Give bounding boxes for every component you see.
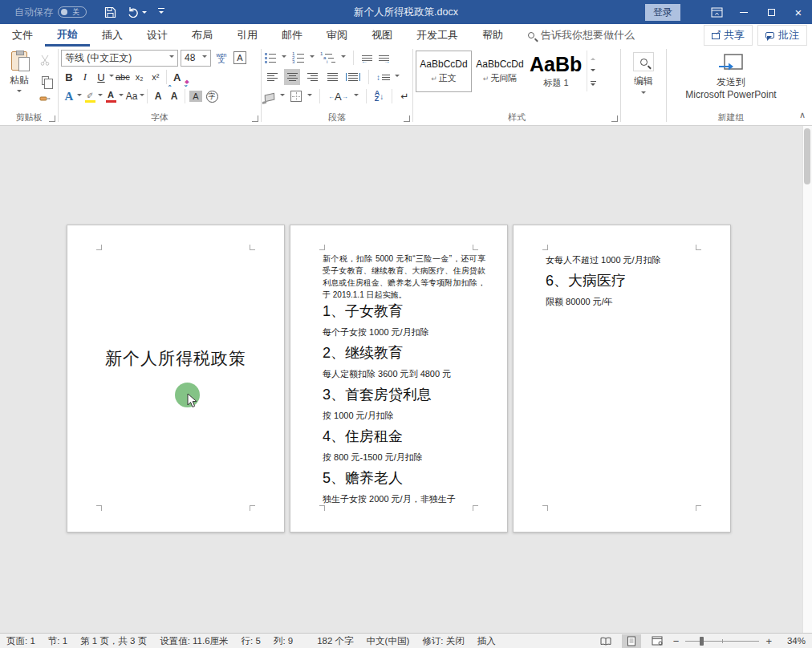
- document-heading-text[interactable]: 新个人所得税政策: [67, 347, 284, 370]
- tab-file[interactable]: 文件: [0, 24, 45, 47]
- align-right-button[interactable]: [304, 69, 320, 85]
- strikethrough-button[interactable]: abc: [114, 69, 132, 86]
- section-body[interactable]: 按 800 元-1500 元/月扣除: [323, 448, 485, 468]
- grow-font-button[interactable]: Aˆ: [150, 88, 166, 105]
- align-center-button[interactable]: [284, 69, 300, 85]
- styles-gallery-more-icon[interactable]: [587, 78, 599, 91]
- tab-review[interactable]: 审阅: [315, 24, 359, 47]
- comments-button[interactable]: 批注: [757, 25, 807, 46]
- bullets-dropdown-icon[interactable]: [282, 55, 286, 60]
- section-heading[interactable]: 6、大病医疗: [546, 269, 714, 293]
- share-button[interactable]: 共享: [704, 25, 753, 46]
- zoom-percentage[interactable]: 34%: [778, 636, 806, 646]
- zoom-in-button[interactable]: +: [765, 635, 772, 647]
- status-insert-mode[interactable]: 插入: [477, 635, 496, 647]
- distributed-button[interactable]: [344, 69, 362, 85]
- format-painter-button[interactable]: [36, 92, 54, 108]
- enclose-characters-button[interactable]: 字: [204, 88, 220, 105]
- minimize-button[interactable]: [730, 0, 757, 24]
- status-word-count[interactable]: 182 个字: [317, 635, 353, 647]
- bullets-button[interactable]: [264, 52, 277, 64]
- subscript-button[interactable]: x₂: [132, 69, 148, 86]
- font-size-combo[interactable]: 48: [181, 50, 211, 67]
- styles-dialog-launcher[interactable]: [611, 115, 618, 122]
- tell-me-search[interactable]: 告诉我你想要做什么: [528, 24, 635, 47]
- status-track-changes[interactable]: 修订: 关闭: [422, 635, 464, 647]
- shading-button[interactable]: [264, 91, 275, 102]
- tab-home[interactable]: 开始: [45, 24, 90, 47]
- editing-button[interactable]: 编辑: [623, 48, 664, 96]
- underline-button[interactable]: U: [93, 69, 109, 86]
- undo-button[interactable]: [128, 6, 147, 18]
- highlight-button[interactable]: ✎: [82, 88, 98, 105]
- zoom-out-button[interactable]: −: [673, 635, 680, 647]
- undo-dropdown-icon[interactable]: [142, 11, 147, 16]
- ribbon-display-options-icon[interactable]: [703, 0, 730, 24]
- line-spacing-dropdown-icon[interactable]: [395, 75, 400, 79]
- shading-dropdown-icon[interactable]: [280, 94, 285, 99]
- editing-dropdown-icon[interactable]: [641, 91, 646, 96]
- status-page-of-pages[interactable]: 第 1 页，共 3 页: [80, 635, 147, 647]
- find-icon[interactable]: [633, 52, 654, 71]
- shrink-font-button[interactable]: Aˇ: [166, 88, 182, 105]
- numbering-dropdown-icon[interactable]: [310, 55, 315, 60]
- style-card-normal[interactable]: AaBbCcDd ↵正文: [416, 51, 472, 92]
- font-dialog-launcher[interactable]: [252, 115, 258, 122]
- intro-paragraph[interactable]: 新个税，扣除 5000 元和“三险一金”，还可享受子女教育、继续教育、大病医疗、…: [323, 253, 485, 301]
- status-page-number[interactable]: 页面: 1: [6, 635, 35, 647]
- section-body[interactable]: 独生子女按 2000 元/月，非独生子: [323, 489, 485, 509]
- autosave-switch-icon[interactable]: 关: [58, 6, 87, 18]
- align-left-button[interactable]: [264, 69, 280, 85]
- font-name-combo[interactable]: 等线 (中文正文): [61, 50, 178, 67]
- line-spacing-button[interactable]: ↕: [376, 72, 391, 83]
- styles-scroll-down-icon[interactable]: [587, 64, 599, 78]
- web-layout-button[interactable]: [648, 634, 667, 648]
- print-layout-button[interactable]: [622, 634, 641, 648]
- justify-button[interactable]: [324, 69, 340, 85]
- paste-dropdown-icon[interactable]: [17, 90, 22, 95]
- style-card-no-spacing[interactable]: AaBbCcDd ↵无间隔: [472, 51, 528, 92]
- tab-insert[interactable]: 插入: [90, 24, 135, 47]
- copy-button[interactable]: [36, 72, 54, 88]
- text-effects-button[interactable]: A: [61, 88, 77, 105]
- zoom-slider-thumb[interactable]: [700, 637, 704, 646]
- section-heading[interactable]: 2、继续教育: [323, 342, 485, 364]
- status-vertical-position[interactable]: 设置值: 11.6厘米: [160, 635, 228, 647]
- tab-references[interactable]: 引用: [225, 24, 270, 47]
- continued-body-text[interactable]: 女每人不超过 1000 元/月扣除: [546, 253, 714, 267]
- clipboard-dialog-launcher[interactable]: [49, 115, 55, 122]
- section-body[interactable]: 限额 80000 元/年: [546, 293, 714, 310]
- section-heading[interactable]: 4、住房租金: [323, 426, 485, 448]
- tab-developer[interactable]: 开发工具: [404, 24, 470, 47]
- asian-layout-dropdown-icon[interactable]: [354, 94, 359, 99]
- section-heading[interactable]: 3、首套房贷利息: [323, 384, 485, 406]
- customize-qat-button[interactable]: [158, 8, 164, 16]
- decrease-indent-button[interactable]: ←: [361, 55, 373, 62]
- tab-layout[interactable]: 布局: [180, 24, 225, 47]
- maximize-button[interactable]: [757, 0, 785, 24]
- status-language[interactable]: 中文(中国): [367, 635, 410, 647]
- section-heading[interactable]: 5、赡养老人: [323, 468, 485, 489]
- style-card-heading1[interactable]: AaBbCcDd 标题 1: [528, 51, 584, 92]
- paragraph-dialog-launcher[interactable]: [404, 115, 410, 122]
- font-color-button[interactable]: A: [103, 88, 119, 105]
- show-marks-button[interactable]: ↵: [400, 90, 409, 103]
- section-body[interactable]: 每个子女按 1000 元/月扣除: [323, 322, 485, 342]
- sign-in-button[interactable]: 登录: [645, 4, 680, 21]
- styles-scroll-up-icon[interactable]: [587, 51, 599, 64]
- increase-indent-button[interactable]: →: [378, 55, 390, 62]
- multilevel-dropdown-icon[interactable]: [341, 55, 346, 60]
- character-shading-button[interactable]: A: [188, 88, 204, 105]
- sort-button[interactable]: AZ ↓: [374, 90, 385, 103]
- tab-help[interactable]: 帮助: [470, 24, 515, 47]
- numbering-button[interactable]: 1 2 3: [291, 52, 305, 64]
- superscript-button[interactable]: x²: [148, 69, 164, 86]
- collapse-ribbon-icon[interactable]: ∧: [799, 110, 806, 120]
- vertical-scrollbar[interactable]: [802, 126, 812, 633]
- close-button[interactable]: ×: [785, 0, 812, 24]
- section-heading[interactable]: 1、子女教育: [323, 301, 485, 322]
- status-column[interactable]: 列: 9: [274, 635, 293, 647]
- save-icon[interactable]: [104, 6, 116, 18]
- italic-button[interactable]: I: [77, 69, 93, 86]
- clear-formatting-button[interactable]: A: [169, 69, 185, 86]
